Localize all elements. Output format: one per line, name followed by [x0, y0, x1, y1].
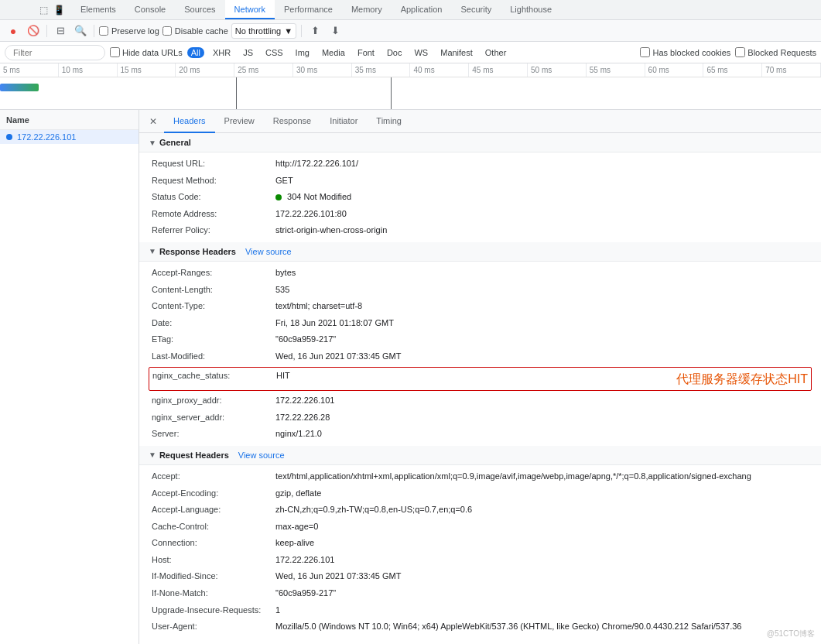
- status-dot: [275, 194, 282, 200]
- tab-bar: ⬚ 📱 Elements Console Sources Network Per…: [0, 0, 821, 20]
- general-name-0: Request URL:: [152, 157, 275, 171]
- request-headers-view-source[interactable]: View source: [238, 450, 285, 460]
- filter-type-js[interactable]: JS: [239, 47, 257, 58]
- req-name-0: Accept:: [152, 470, 275, 484]
- response-headers-section-header[interactable]: ▼ Response Headers View source: [139, 242, 821, 262]
- stop-recording-button[interactable]: ●: [5, 22, 22, 39]
- tab-performance[interactable]: Performance: [275, 0, 342, 19]
- sub-tab-headers[interactable]: Headers: [164, 110, 215, 133]
- filter-type-font[interactable]: Font: [354, 47, 378, 58]
- resp-value-1: 535: [275, 283, 809, 297]
- disable-cache-checkbox[interactable]: [162, 26, 172, 36]
- throttle-value: No throttling: [235, 26, 281, 36]
- request-headers-section-header[interactable]: ▼ Request Headers View source: [139, 446, 821, 465]
- sub-tab-response[interactable]: Response: [264, 110, 321, 133]
- general-value-4: strict-origin-when-cross-origin: [275, 224, 809, 238]
- clear-button[interactable]: 🚫: [25, 22, 42, 39]
- tick-13: 70 ms: [762, 63, 821, 77]
- file-list-header: Name: [0, 110, 139, 130]
- watermark: @51CTO博客: [767, 629, 815, 639]
- blocked-requests-label[interactable]: Blocked Requests: [735, 47, 816, 57]
- filter-type-css[interactable]: CSS: [262, 47, 287, 58]
- timeline-body: [0, 77, 821, 110]
- req-value-4: keep-alive: [275, 536, 809, 550]
- req-row-9: User-Agent: Mozilla/5.0 (Windows NT 10.0…: [139, 618, 821, 635]
- hide-data-urls-text: Hide data URLs: [122, 48, 183, 57]
- filter-type-all[interactable]: All: [187, 47, 204, 58]
- filter-input[interactable]: [5, 45, 105, 60]
- tab-elements[interactable]: Elements: [71, 0, 125, 19]
- preserve-log-label[interactable]: Preserve log: [99, 26, 159, 36]
- tab-network[interactable]: Network: [225, 0, 275, 19]
- tab-console[interactable]: Console: [125, 0, 175, 19]
- req-row-8: Upgrade-Insecure-Requests: 1: [139, 602, 821, 619]
- throttle-select[interactable]: No throttling ▼: [231, 23, 296, 39]
- resp-row-6: nginx_cache_status: HIT 代理服务器缓存状态HIT: [149, 367, 812, 392]
- resp-value-5: Wed, 16 Jun 2021 07:33:45 GMT: [275, 350, 809, 364]
- filter-type-xhr[interactable]: XHR: [209, 47, 234, 58]
- has-blocked-cookies-label[interactable]: Has blocked cookies: [640, 47, 730, 57]
- filter-type-ws[interactable]: WS: [410, 47, 432, 58]
- network-toolbar: ● 🚫 ⊟ 🔍 Preserve log Disable cache No th…: [0, 20, 821, 42]
- filter-type-media[interactable]: Media: [318, 47, 349, 58]
- resp-value-0: bytes: [275, 266, 809, 280]
- resp-row-4: ETag: "60c9a959-217": [139, 331, 821, 348]
- filter-icon[interactable]: ⊟: [52, 22, 69, 39]
- close-detail-button[interactable]: ✕: [145, 114, 161, 129]
- file-item-0[interactable]: 172.22.226.101: [0, 130, 139, 144]
- import-icon[interactable]: ⬆: [306, 22, 323, 39]
- tick-6: 35 ms: [352, 63, 411, 77]
- filter-type-img[interactable]: Img: [292, 47, 313, 58]
- req-value-6: Wed, 16 Jun 2021 07:33:45 GMT: [275, 570, 809, 584]
- req-value-2: zh-CN,zh;q=0.9,zh-TW;q=0.8,en-US;q=0.7,e…: [275, 503, 809, 517]
- general-section-header[interactable]: ▼ General: [139, 133, 821, 152]
- blocked-requests-checkbox[interactable]: [735, 47, 745, 57]
- filter-type-manifest[interactable]: Manifest: [436, 47, 477, 58]
- filter-type-other[interactable]: Other: [481, 47, 511, 58]
- tick-3: 20 ms: [176, 63, 234, 77]
- filter-bar: Hide data URLs All XHR JS CSS Img Media …: [0, 42, 821, 63]
- tick-7: 40 ms: [410, 63, 469, 77]
- resp-name-3: Date:: [152, 317, 275, 331]
- response-headers-view-source[interactable]: View source: [245, 247, 292, 256]
- tab-application[interactable]: Application: [392, 0, 452, 19]
- sub-tab-initiator[interactable]: Initiator: [320, 110, 367, 133]
- sub-tab-timing[interactable]: Timing: [367, 110, 411, 133]
- resp-name-6: nginx_cache_status:: [152, 369, 276, 389]
- sub-tab-preview[interactable]: Preview: [215, 110, 264, 133]
- resp-row-3: Date: Fri, 18 Jun 2021 01:18:07 GMT: [139, 315, 821, 332]
- dev-icons: ⬚ 📱: [31, 0, 71, 19]
- hide-data-urls-checkbox[interactable]: [110, 47, 120, 57]
- tick-11: 60 ms: [645, 63, 704, 77]
- separator-1: [46, 25, 47, 37]
- sub-tabs: ✕ Headers Preview Response Initiator Tim…: [139, 110, 821, 133]
- export-icon[interactable]: ⬇: [327, 22, 344, 39]
- has-blocked-cookies-checkbox[interactable]: [640, 47, 650, 57]
- resp-name-1: Content-Length:: [152, 283, 275, 297]
- hide-data-urls-label[interactable]: Hide data URLs: [110, 47, 183, 57]
- req-value-0: text/html,application/xhtml+xml,applicat…: [275, 470, 809, 484]
- resp-row-5: Last-Modified: Wed, 16 Jun 2021 07:33:45…: [139, 348, 821, 365]
- device-icon[interactable]: 📱: [53, 4, 65, 16]
- tab-security[interactable]: Security: [451, 0, 501, 19]
- tick-0: 5 ms: [0, 63, 59, 77]
- disable-cache-label[interactable]: Disable cache: [162, 26, 228, 36]
- filter-type-doc[interactable]: Doc: [383, 47, 406, 58]
- timeline-request-bar: [0, 84, 39, 91]
- req-name-6: If-Modified-Since:: [152, 570, 275, 584]
- req-name-1: Accept-Encoding:: [152, 487, 275, 501]
- preserve-log-checkbox[interactable]: [99, 26, 108, 36]
- search-icon[interactable]: 🔍: [72, 22, 89, 39]
- resp-name-9: Server:: [152, 427, 275, 441]
- tab-lighthouse[interactable]: Lighthouse: [501, 0, 561, 19]
- tab-memory[interactable]: Memory: [342, 0, 392, 19]
- tab-sources[interactable]: Sources: [175, 0, 224, 19]
- general-row-0: Request URL: http://172.22.226.101/: [139, 156, 821, 173]
- request-headers-arrow: ▼: [149, 450, 156, 459]
- resp-value-4: "60c9a959-217": [275, 333, 809, 347]
- inspect-icon[interactable]: ⬚: [37, 4, 50, 16]
- req-row-6: If-Modified-Since: Wed, 16 Jun 2021 07:3…: [139, 568, 821, 585]
- resp-name-4: ETag:: [152, 333, 275, 347]
- req-row-4: Connection: keep-alive: [139, 535, 821, 552]
- tick-1: 10 ms: [59, 63, 118, 77]
